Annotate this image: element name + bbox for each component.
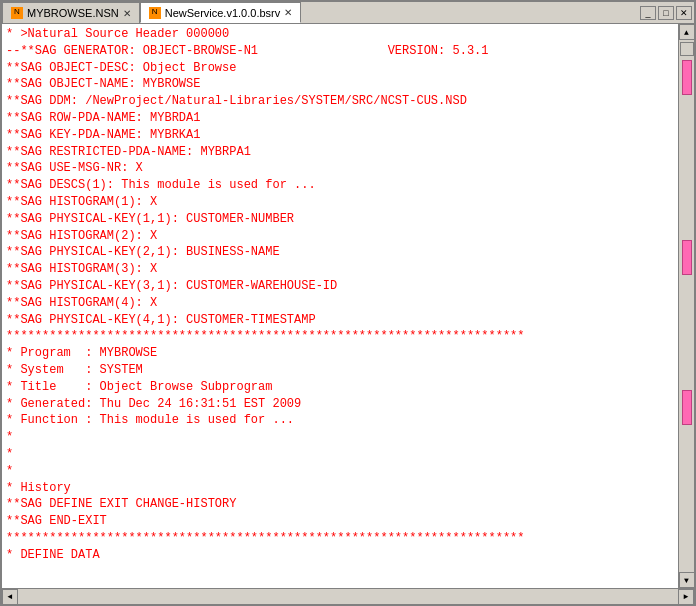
code-line: * >Natural Source Header 000000	[6, 26, 674, 43]
scroll-right-button[interactable]: ►	[678, 589, 694, 605]
tab-mybrowse[interactable]: N MYBROWSE.NSN ✕	[2, 2, 140, 23]
code-line: **SAG PHYSICAL-KEY(4,1): CUSTOMER-TIMEST…	[6, 312, 674, 329]
tab-label-2: NewService.v1.0.0.bsrv	[165, 7, 281, 19]
code-line: * Program : MYBROWSE	[6, 345, 674, 362]
horizontal-scrollbar[interactable]: ◄ ►	[2, 588, 694, 604]
scroll-track-h[interactable]	[18, 589, 678, 604]
scroll-up-button[interactable]: ▲	[679, 24, 695, 40]
code-line: **SAG OBJECT-NAME: MYBROWSE	[6, 76, 674, 93]
scroll-thumb-pink-1	[682, 60, 692, 95]
scroll-thumb-pink-3	[682, 390, 692, 425]
tab-label-1: MYBROWSE.NSN	[27, 7, 119, 19]
content-area: * >Natural Source Header 000000--**SAG G…	[2, 24, 694, 604]
code-line: **SAG KEY-PDA-NAME: MYBRKA1	[6, 127, 674, 144]
code-line: **SAG HISTOGRAM(1): X	[6, 194, 674, 211]
code-line: **SAG HISTOGRAM(3): X	[6, 261, 674, 278]
minimize-button[interactable]: _	[640, 6, 656, 20]
code-line: *	[6, 463, 674, 480]
code-line: **SAG PHYSICAL-KEY(2,1): BUSINESS-NAME	[6, 244, 674, 261]
code-line: *	[6, 446, 674, 463]
main-window: N MYBROWSE.NSN ✕ N NewService.v1.0.0.bsr…	[0, 0, 696, 606]
code-line: * System : SYSTEM	[6, 362, 674, 379]
code-line: **SAG RESTRICTED-PDA-NAME: MYBRPA1	[6, 144, 674, 161]
code-line: **SAG PHYSICAL-KEY(1,1): CUSTOMER-NUMBER	[6, 211, 674, 228]
scroll-track-v[interactable]	[679, 40, 694, 572]
code-line: **SAG HISTOGRAM(4): X	[6, 295, 674, 312]
editor-area: * >Natural Source Header 000000--**SAG G…	[2, 24, 694, 604]
code-line: **SAG ROW-PDA-NAME: MYBRDA1	[6, 110, 674, 127]
code-line: **SAG DDM: /NewProject/Natural-Libraries…	[6, 93, 674, 110]
tab-close-1[interactable]: ✕	[123, 8, 131, 19]
vertical-scrollbar[interactable]: ▲ ▼	[678, 24, 694, 588]
code-line: ****************************************…	[6, 530, 674, 547]
scroll-down-button[interactable]: ▼	[679, 572, 695, 588]
code-line: **SAG DESCS(1): This module is used for …	[6, 177, 674, 194]
file-icon-2: N	[149, 7, 161, 19]
tab-close-2[interactable]: ✕	[284, 7, 292, 18]
maximize-button[interactable]: □	[658, 6, 674, 20]
code-line: **SAG DEFINE EXIT CHANGE-HISTORY	[6, 496, 674, 513]
scroll-left-button[interactable]: ◄	[2, 589, 18, 605]
tab-newservice[interactable]: N NewService.v1.0.0.bsrv ✕	[140, 2, 302, 23]
code-line: * Function : This module is used for ...	[6, 412, 674, 429]
title-bar: N MYBROWSE.NSN ✕ N NewService.v1.0.0.bsr…	[2, 2, 694, 24]
code-scroll[interactable]: * >Natural Source Header 000000--**SAG G…	[2, 24, 678, 588]
close-button[interactable]: ✕	[676, 6, 692, 20]
scroll-thumb-top	[680, 42, 694, 56]
code-line: --**SAG GENERATOR: OBJECT-BROWSE-N1 VERS…	[6, 43, 674, 60]
code-container: * >Natural Source Header 000000--**SAG G…	[2, 24, 694, 588]
code-line: * History	[6, 480, 674, 497]
code-line: * Title : Object Browse Subprogram	[6, 379, 674, 396]
code-line: **SAG HISTOGRAM(2): X	[6, 228, 674, 245]
code-line: *	[6, 429, 674, 446]
file-icon-1: N	[11, 7, 23, 19]
scroll-thumb-pink-2	[682, 240, 692, 275]
code-line: * Generated: Thu Dec 24 16:31:51 EST 200…	[6, 396, 674, 413]
window-controls: _ □ ✕	[640, 2, 694, 23]
code-line: **SAG OBJECT-DESC: Object Browse	[6, 60, 674, 77]
code-line: ****************************************…	[6, 328, 674, 345]
code-line: **SAG PHYSICAL-KEY(3,1): CUSTOMER-WAREHO…	[6, 278, 674, 295]
code-line: **SAG END-EXIT	[6, 513, 674, 530]
code-line: * DEFINE DATA	[6, 547, 674, 564]
code-line: **SAG USE-MSG-NR: X	[6, 160, 674, 177]
